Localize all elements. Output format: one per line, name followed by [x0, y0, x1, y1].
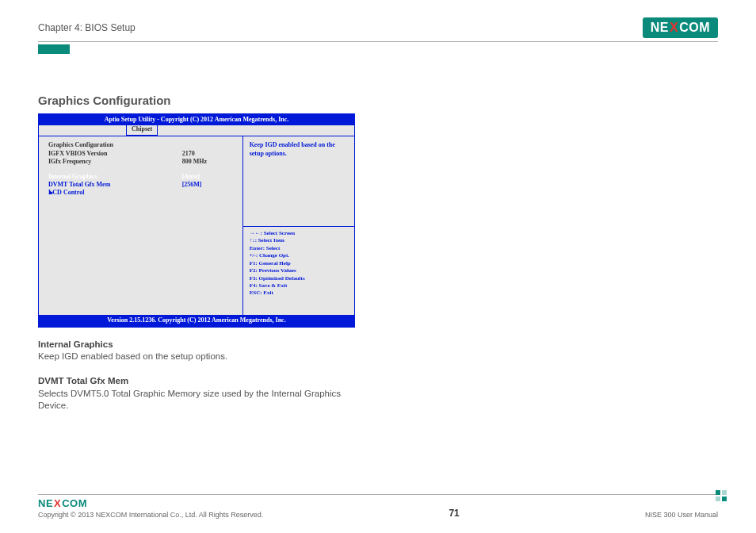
footer-logo-post: COM: [62, 497, 87, 509]
bios-right-panel: Keep IGD enabled based on the setup opti…: [243, 136, 354, 315]
bios-key-legend: →←: Select Screen ↑↓: Select Item Enter:…: [243, 226, 354, 316]
description-block: Internal Graphics Keep IGD enabled based…: [38, 339, 355, 412]
bios-tab-chipset: Chipset: [126, 125, 158, 135]
bios-lcd-control-label: LCD Control: [48, 189, 238, 197]
footer-logo-pre: NE: [38, 497, 53, 509]
logo-x: X: [669, 21, 679, 35]
bios-igfx-freq-value: 800 MHz: [182, 158, 238, 166]
desc-1-body: Keep IGD enabled based on the setup opti…: [38, 351, 355, 363]
logo-top: NEXCOM: [643, 17, 718, 38]
bios-key-2: ↑↓: Select Item: [250, 237, 348, 244]
bios-key-1: →←: Select Screen: [250, 230, 348, 237]
page-number: 71: [449, 508, 459, 519]
logo-pre: NE: [651, 21, 669, 35]
footer-manual-name: NISE 300 User Manual: [645, 511, 718, 519]
chapter-label: Chapter 4: BIOS Setup: [38, 22, 136, 33]
bios-igfx-freq-label: IGfx Frequency: [48, 158, 182, 166]
bios-key-5: F1: General Help: [250, 260, 348, 267]
top-rule: [38, 41, 718, 42]
bios-dvmt-value: [256M]: [182, 181, 238, 189]
desc-1-title: Internal Graphics: [38, 339, 355, 351]
bios-screenshot: Aptio Setup Utility - Copyright (C) 2012…: [38, 113, 355, 328]
bios-subtitle: Graphics Configuration: [48, 141, 238, 149]
bios-dvmt-label: DVMT Total Gfx Mem: [48, 181, 182, 189]
bios-igfx-vbios-value: 2170: [182, 150, 238, 158]
bios-key-7: F3: Optimized Defaults: [250, 275, 348, 282]
page-footer: NEXCOM Copyright © 2013 NEXCOM Internati…: [38, 494, 718, 519]
desc-2-title: DVMT Total Gfx Mem: [38, 375, 355, 388]
bios-key-9: ESC: Exit: [250, 290, 348, 297]
footer-copyright: Copyright © 2013 NEXCOM International Co…: [38, 511, 263, 519]
footer-rule: [38, 494, 718, 495]
bios-bottombar: Version 2.15.1236. Copyright (C) 2012 Am…: [39, 315, 354, 326]
bios-tabbar: Chipset: [39, 125, 354, 136]
bios-left-panel: Graphics Configuration IGFX VBIOS Versio…: [39, 136, 243, 315]
bios-key-8: F4: Save & Exit: [250, 282, 348, 290]
bios-key-4: +/-: Change Opt.: [250, 252, 348, 259]
section-title: Graphics Configuration: [38, 94, 718, 107]
accent-bar: [38, 44, 70, 54]
logo-post: COM: [679, 21, 710, 35]
desc-2-body: Selects DVMT5.0 Total Graphic Memory siz…: [38, 388, 355, 412]
bios-key-6: F2: Previous Values: [250, 267, 348, 274]
logo-footer: NEXCOM: [38, 497, 263, 509]
footer-logo-x: X: [53, 497, 62, 509]
bios-key-3: Enter: Select: [250, 245, 348, 252]
bios-help-text: Keep IGD enabled based on the setup opti…: [243, 136, 354, 226]
footer-ornament: [715, 489, 727, 502]
submenu-arrow-icon: ▸: [50, 189, 53, 197]
bios-titlebar: Aptio Setup Utility - Copyright (C) 2012…: [39, 114, 354, 125]
bios-internal-graphics-value: [Auto]: [182, 173, 238, 181]
bios-internal-graphics-label: Internal Graphics: [48, 173, 182, 181]
bios-igfx-vbios-label: IGFX VBIOS Version: [48, 150, 182, 158]
